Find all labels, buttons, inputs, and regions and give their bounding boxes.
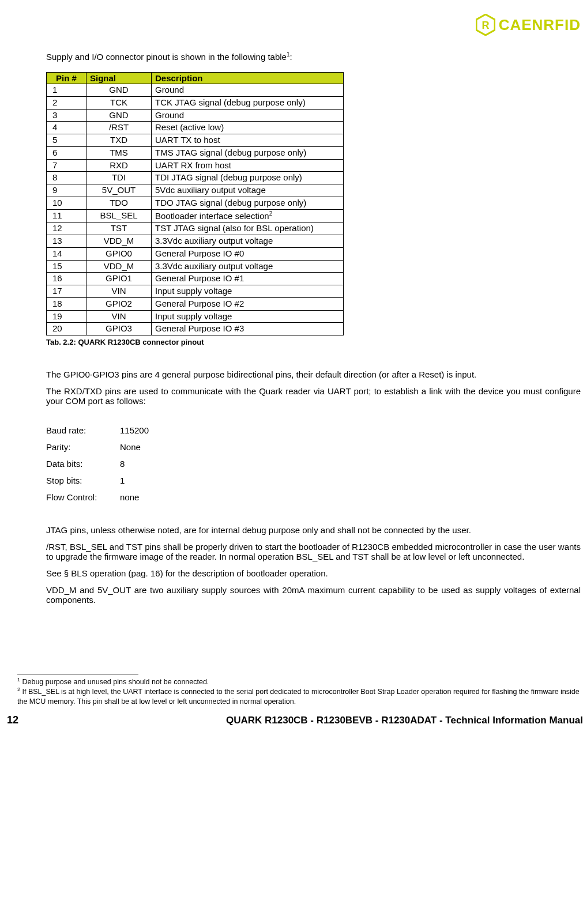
- table-row: 12TSTTST JTAG signal (also for BSL opera…: [47, 222, 344, 235]
- cell-desc: TDO JTAG signal (debug purpose only): [152, 197, 344, 209]
- intro-pre: Supply and I/O connector pinout is shown…: [46, 52, 287, 62]
- cell-signal: TXD: [86, 134, 152, 147]
- col-signal: Signal: [86, 73, 152, 84]
- table-row: 14GPIO0General Purpose IO #0: [47, 247, 344, 260]
- com-label: Stop bits:: [46, 472, 120, 489]
- logo-hex-icon: R: [476, 14, 495, 36]
- cell-pin: 14: [47, 247, 86, 260]
- cell-pin: 3: [47, 109, 86, 122]
- footnote-ref-2: 2: [269, 210, 273, 217]
- cell-pin: 12: [47, 222, 86, 235]
- col-pin: Pin #: [47, 73, 86, 84]
- com-settings-table: Baud rate:115200Parity:NoneData bits:8St…: [46, 422, 159, 506]
- com-value: none: [120, 489, 159, 506]
- com-label: Data bits:: [46, 455, 120, 472]
- cell-desc: Reset (active low): [152, 122, 344, 134]
- cell-signal: GPIO2: [86, 297, 152, 310]
- cell-pin: 17: [47, 285, 86, 298]
- page-footer: 12 QUARK R1230CB - R1230BEVB - R1230ADAT…: [7, 714, 583, 726]
- table-row: 5TXDUART TX to host: [47, 134, 344, 147]
- cell-signal: GPIO1: [86, 273, 152, 285]
- cell-signal: /RST: [86, 122, 152, 134]
- cell-desc: General Purpose IO #0: [152, 247, 344, 260]
- table-row: 16GPIO1General Purpose IO #1: [47, 273, 344, 285]
- cell-pin: 4: [47, 122, 86, 134]
- com-row: Data bits:8: [46, 455, 159, 472]
- footer-title: QUARK R1230CB - R1230BEVB - R1230ADAT - …: [226, 715, 583, 726]
- pinout-table: Pin # Signal Description 1GNDGround2TCKT…: [46, 72, 344, 335]
- cell-signal: TDI: [86, 172, 152, 184]
- com-value: 8: [120, 455, 159, 472]
- cell-signal: GPIO3: [86, 323, 152, 335]
- table-row: 4/RSTReset (active low): [47, 122, 344, 134]
- com-label: Baud rate:: [46, 422, 120, 439]
- table-row: 6TMSTMS JTAG signal (debug purpose only): [47, 146, 344, 159]
- footnote-1-text: Debug purpose and unused pins should not…: [20, 678, 209, 686]
- cell-pin: 11: [47, 209, 86, 222]
- cell-desc: Ground: [152, 84, 344, 97]
- cell-pin: 6: [47, 146, 86, 159]
- svg-text:R: R: [482, 20, 489, 31]
- cell-signal: VIN: [86, 285, 152, 298]
- cell-signal: TDO: [86, 197, 152, 209]
- com-row: Stop bits: 1: [46, 472, 159, 489]
- table-row: 95V_OUT5Vdc auxiliary output voltage: [47, 184, 344, 197]
- page-number: 12: [7, 714, 18, 726]
- cell-pin: 19: [47, 310, 86, 323]
- brand-logo: R CAENRFID: [476, 14, 581, 36]
- cell-signal: GND: [86, 84, 152, 97]
- com-row: Baud rate:115200: [46, 422, 159, 439]
- com-label: Parity:: [46, 439, 120, 455]
- intro-text: Supply and I/O connector pinout is shown…: [46, 51, 583, 62]
- cell-pin: 2: [47, 96, 86, 109]
- cell-desc: General Purpose IO #3: [152, 323, 344, 335]
- cell-pin: 7: [47, 159, 86, 172]
- cell-desc: TDI JTAG signal (debug purpose only): [152, 172, 344, 184]
- cell-desc: General Purpose IO #2: [152, 297, 344, 310]
- com-value: 1: [120, 472, 159, 489]
- table-row: 19VINInput supply voltage: [47, 310, 344, 323]
- cell-signal: GPIO0: [86, 247, 152, 260]
- cell-signal: TCK: [86, 96, 152, 109]
- cell-signal: TST: [86, 222, 152, 235]
- cell-desc: 3.3Vdc auxiliary output voltage: [152, 235, 344, 248]
- intro-post: :: [290, 52, 292, 62]
- cell-signal: VDD_M: [86, 235, 152, 248]
- col-desc: Description: [152, 73, 344, 84]
- footnote-1: 1 Debug purpose and unused pins should n…: [17, 677, 581, 687]
- table-row: 3GNDGround: [47, 109, 344, 122]
- footnote-2: 2 If BSL_SEL is at high level, the UART …: [17, 687, 581, 706]
- paragraph-vdd: VDD_M and 5V_OUT are two auxiliary suppl…: [46, 585, 583, 605]
- cell-desc: TCK JTAG signal (debug purpose only): [152, 96, 344, 109]
- cell-signal: VDD_M: [86, 260, 152, 273]
- cell-desc: TMS JTAG signal (debug purpose only): [152, 146, 344, 159]
- com-value: 115200: [120, 422, 159, 439]
- brand-name: CAENRFID: [499, 16, 581, 34]
- cell-pin: 13: [47, 235, 86, 248]
- table-caption: Tab. 2.2: QUARK R1230CB connector pinout: [46, 338, 583, 346]
- com-label: Flow Control:: [46, 489, 120, 506]
- cell-desc: Ground: [152, 109, 344, 122]
- footnotes: 1 Debug purpose and unused pins should n…: [17, 677, 583, 706]
- cell-pin: 1: [47, 84, 86, 97]
- table-row: 13VDD_M3.3Vdc auxiliary output voltage: [47, 235, 344, 248]
- table-row: 15VDD_M3.3Vdc auxiliary output voltage: [47, 260, 344, 273]
- cell-signal: TMS: [86, 146, 152, 159]
- table-row: 11BSL_SELBootloader interface selection2: [47, 209, 344, 222]
- table-row: 8TDITDI JTAG signal (debug purpose only): [47, 172, 344, 184]
- table-row: 20GPIO3General Purpose IO #3: [47, 323, 344, 335]
- cell-pin: 20: [47, 323, 86, 335]
- paragraph-gpio: The GPIO0-GPIO3 pins are 4 general purpo…: [46, 369, 583, 379]
- cell-signal: 5V_OUT: [86, 184, 152, 197]
- page-header: R CAENRFID: [46, 14, 583, 37]
- table-row: 18GPIO2General Purpose IO #2: [47, 297, 344, 310]
- cell-pin: 9: [47, 184, 86, 197]
- cell-signal: GND: [86, 109, 152, 122]
- cell-signal: VIN: [86, 310, 152, 323]
- cell-pin: 10: [47, 197, 86, 209]
- footnote-2-text: If BSL_SEL is at high level, the UART in…: [17, 688, 580, 706]
- paragraph-bls-ref: See § BLS operation (pag. 16) for the de…: [46, 568, 583, 578]
- cell-desc: Bootloader interface selection2: [152, 209, 344, 222]
- table-row: 1GNDGround: [47, 84, 344, 97]
- cell-signal: BSL_SEL: [86, 209, 152, 222]
